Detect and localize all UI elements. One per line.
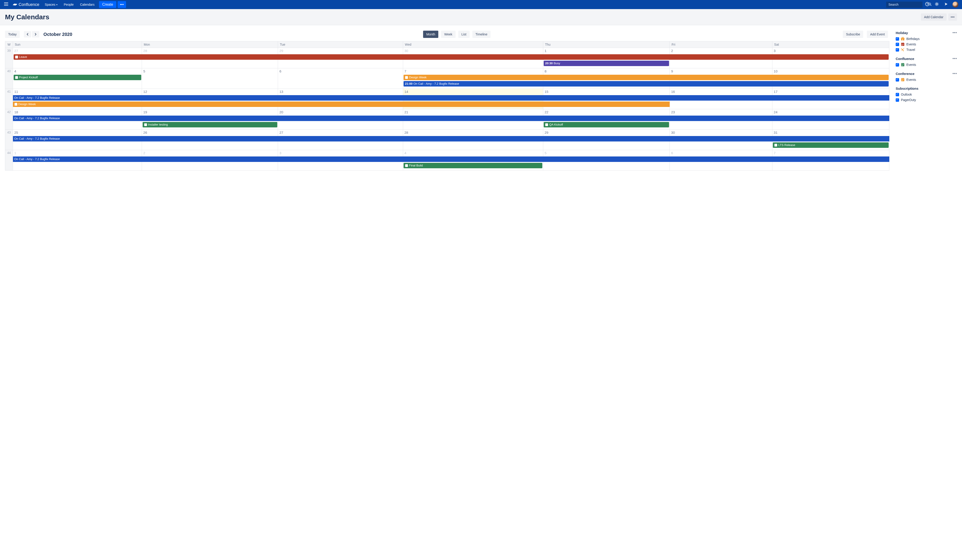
app-name: Confluence bbox=[19, 2, 39, 7]
day-number: 30 bbox=[670, 130, 772, 136]
calendar-event[interactable]: Leave bbox=[14, 54, 889, 60]
checkbox[interactable] bbox=[896, 93, 899, 96]
calendar-event[interactable]: Project Kickoff bbox=[14, 75, 141, 80]
next-month-button[interactable] bbox=[32, 31, 39, 37]
help-icon[interactable]: ? bbox=[922, 2, 932, 7]
calendar-event[interactable]: QA Kickoff bbox=[544, 122, 669, 127]
view-timeline[interactable]: Timeline bbox=[472, 31, 491, 38]
calendars-sidebar: Holiday•••BirthdaysEventsTravelConfluenc… bbox=[896, 31, 957, 171]
add-calendar-button[interactable]: Add Calendar bbox=[921, 13, 947, 21]
view-month[interactable]: Month bbox=[423, 31, 438, 38]
checkbox[interactable] bbox=[896, 48, 899, 52]
prev-month-button[interactable] bbox=[24, 31, 31, 37]
col-tue: Tue bbox=[278, 41, 403, 48]
event-label: Leave bbox=[19, 55, 27, 58]
calendar-event[interactable]: On Call - Amy - 7.2 Bugfix Release bbox=[13, 95, 889, 101]
more-menu-button[interactable]: ••• bbox=[118, 1, 126, 8]
week-number: 41 bbox=[5, 89, 13, 109]
section-more-button[interactable]: ••• bbox=[952, 71, 957, 76]
day-number: 26 bbox=[142, 130, 278, 136]
checkbox[interactable] bbox=[896, 63, 899, 66]
event-label: Installer testing bbox=[148, 123, 168, 126]
day-number: 31 bbox=[772, 130, 889, 136]
calendar-event[interactable]: On Call - Amy - 7.2 Bugfix Release bbox=[13, 116, 889, 121]
calendar-event[interactable]: 20:30Busy bbox=[544, 61, 669, 66]
calendar-toggle-item[interactable]: Outlook bbox=[896, 92, 957, 97]
checkbox[interactable] bbox=[896, 78, 899, 82]
col-mon: Mon bbox=[142, 41, 278, 48]
svg-point-17 bbox=[936, 3, 938, 5]
nav-spaces[interactable]: Spaces ▾ bbox=[42, 0, 61, 9]
calendar-toggle-label: Outlook bbox=[901, 93, 912, 96]
settings-icon[interactable] bbox=[932, 2, 941, 7]
section-title: Conference bbox=[896, 72, 915, 76]
page-more-button[interactable]: ••• bbox=[948, 13, 957, 21]
calendar-icon bbox=[405, 164, 408, 167]
section-more-button[interactable]: ••• bbox=[952, 31, 957, 35]
calendar-icon bbox=[901, 78, 904, 82]
calendar-toggle-item[interactable]: Birthdays bbox=[896, 36, 957, 42]
view-week[interactable]: Week bbox=[441, 31, 455, 38]
confluence-logo[interactable]: Confluence bbox=[10, 2, 42, 7]
day-number: 10 bbox=[772, 68, 889, 74]
checkbox[interactable] bbox=[896, 43, 899, 46]
calendar-toggle-label: Birthdays bbox=[906, 37, 920, 40]
event-time: 21:00 bbox=[405, 82, 412, 86]
sidebar-section: SubscriptionsOutlookPagerDuty bbox=[896, 87, 957, 103]
day-cell[interactable]: 5 bbox=[142, 68, 278, 89]
calendar-icon bbox=[15, 55, 18, 58]
day-number: 29 bbox=[543, 130, 670, 136]
week-number: 42 bbox=[5, 109, 13, 130]
calendar-toggle-item[interactable]: Events bbox=[896, 62, 957, 68]
chevron-down-icon: ▾ bbox=[56, 3, 58, 6]
notifications-icon[interactable] bbox=[941, 2, 951, 7]
calendar-toggle-item[interactable]: Travel bbox=[896, 47, 957, 52]
menu-icon[interactable] bbox=[2, 1, 10, 8]
day-number: 3 bbox=[278, 150, 403, 156]
event-label: Design Week bbox=[18, 102, 36, 106]
calendar-toggle-label: Events bbox=[906, 63, 916, 66]
calendar-event[interactable]: Installer testing bbox=[143, 122, 277, 127]
day-cell[interactable]: 6 bbox=[278, 68, 403, 89]
section-title: Subscriptions bbox=[896, 87, 918, 90]
checkbox[interactable] bbox=[896, 98, 899, 102]
event-label: LTS Release bbox=[778, 143, 795, 147]
col-fri: Fri bbox=[670, 41, 772, 48]
calendar-event[interactable]: On Call - Amy - 7.2 Bugfix Release bbox=[13, 136, 889, 142]
sidebar-section: Holiday•••BirthdaysEventsTravel bbox=[896, 31, 957, 52]
create-button[interactable]: Create bbox=[99, 1, 116, 8]
calendar-toggle-item[interactable]: Events bbox=[896, 42, 957, 47]
day-number: 13 bbox=[278, 89, 403, 94]
search-input[interactable] bbox=[888, 3, 928, 6]
calendar-event[interactable]: Final Build bbox=[404, 163, 542, 168]
calendar-event[interactable]: LTS Release bbox=[773, 142, 888, 148]
calendar-event[interactable]: 21:00On Call - Amy - 7.2 Bugfix Release bbox=[404, 81, 888, 87]
subscribe-button[interactable]: Subscribe bbox=[843, 31, 863, 38]
calendar-event[interactable]: Design Week bbox=[404, 75, 888, 80]
calendar-toggle-label: Events bbox=[906, 78, 916, 82]
day-number: 28 bbox=[142, 48, 278, 53]
calendar-toggle-item[interactable]: PagerDuty bbox=[896, 97, 957, 103]
section-more-button[interactable]: ••• bbox=[952, 56, 957, 61]
col-thu: Thu bbox=[543, 41, 670, 48]
event-time: 20:30 bbox=[545, 61, 552, 65]
search-box[interactable] bbox=[886, 2, 922, 8]
day-number: 12 bbox=[142, 89, 278, 94]
plane-icon bbox=[901, 48, 904, 52]
calendar-icon bbox=[405, 76, 408, 79]
day-number: 19 bbox=[142, 109, 278, 115]
calendar-toggle-item[interactable]: Events bbox=[896, 77, 957, 82]
col-week: W bbox=[5, 41, 13, 48]
calendar-event[interactable]: Design Week bbox=[13, 102, 670, 107]
calendar-icon bbox=[901, 42, 904, 46]
today-button[interactable]: Today bbox=[5, 31, 20, 38]
event-label: On Call - Amy - 7.2 Bugfix Release bbox=[14, 137, 60, 140]
view-list[interactable]: List bbox=[458, 31, 470, 38]
add-event-button[interactable]: Add Event bbox=[867, 31, 888, 38]
nav-calendars[interactable]: Calendars bbox=[77, 0, 98, 9]
checkbox[interactable] bbox=[896, 37, 899, 40]
nav-people[interactable]: People bbox=[61, 0, 77, 9]
user-avatar[interactable] bbox=[952, 2, 958, 8]
event-label: Final Build bbox=[409, 164, 423, 167]
calendar-event[interactable]: On Call - Amy - 7.2 Bugfix Release bbox=[13, 157, 889, 162]
